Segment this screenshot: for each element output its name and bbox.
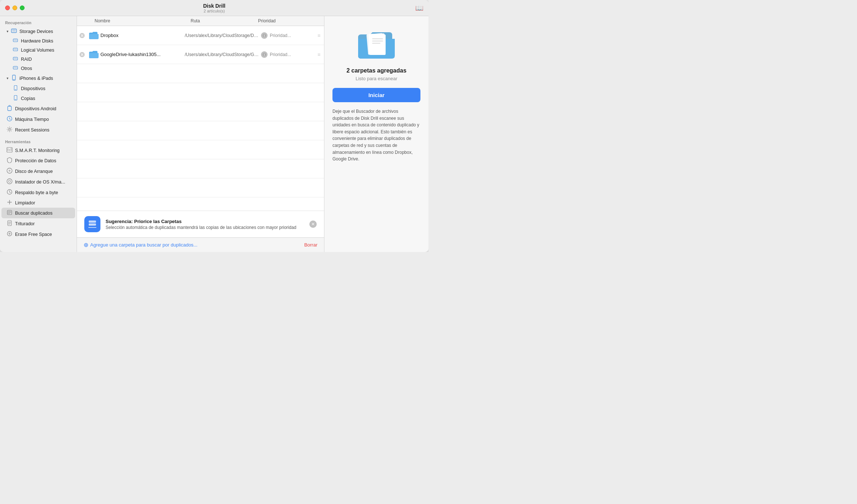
panel-title: 2 carpetas agregadas xyxy=(346,67,407,74)
section-herramientas: Herramientas xyxy=(0,135,77,145)
googledrive-path: /Users/alex/Library/CloudStorage/Goog... xyxy=(185,52,259,57)
googledrive-drag-handle[interactable]: ≡ xyxy=(314,52,324,58)
sidebar-item-recent-sessions[interactable]: Recent Sessions xyxy=(1,125,75,135)
googledrive-priority: Prioridad... xyxy=(270,52,314,57)
svg-rect-8 xyxy=(14,49,17,50)
sidebar-item-disco-arranque[interactable]: Disco de Arranque xyxy=(1,166,75,177)
svg-point-30 xyxy=(9,170,11,172)
sidebar-item-maquina-tiempo[interactable]: Máquina Tiempo xyxy=(1,114,75,125)
minimize-button[interactable] xyxy=(12,5,17,10)
empty-row-4 xyxy=(77,121,324,140)
sidebar-item-otros[interactable]: Otros xyxy=(1,64,75,73)
add-folder-button[interactable]: ⊕ Agregue una carpeta para buscar por du… xyxy=(84,241,198,248)
disco-arranque-label: Disco de Arranque xyxy=(15,169,53,174)
storage-devices-label: Storage Devices xyxy=(19,29,53,34)
right-panel: 2 carpetas agregadas Listo para escanear… xyxy=(324,16,428,252)
add-folder-label: Agregue una carpeta para buscar por dupl… xyxy=(90,242,198,248)
remove-googledrive-button[interactable] xyxy=(77,52,87,58)
main-layout: Recuperación ▾ Storage Devices Hardware … xyxy=(0,16,428,252)
remove-dropbox-button[interactable] xyxy=(77,33,87,38)
sidebar-item-android[interactable]: Dispositivos Android xyxy=(1,103,75,114)
respaldo-icon xyxy=(7,189,12,196)
dropbox-path-info[interactable] xyxy=(259,32,270,39)
dropbox-info-button[interactable] xyxy=(261,32,268,39)
instalador-icon xyxy=(7,178,12,185)
hardware-disk-icon xyxy=(12,38,18,44)
col-priority-label: Prioridad xyxy=(258,18,276,23)
sidebar-item-triturador[interactable]: Triturador xyxy=(1,218,75,229)
triturador-icon xyxy=(7,220,12,227)
sidebar-item-proteccion[interactable]: Protección de Datos xyxy=(1,155,75,166)
buscar-duplicados-icon xyxy=(7,210,12,216)
dropbox-drag-handle[interactable]: ≡ xyxy=(314,33,324,38)
googledrive-folder-icon xyxy=(87,50,100,59)
svg-rect-14 xyxy=(14,68,17,68)
copias-label: Copias xyxy=(21,96,35,101)
table-header: Nombre Ruta Prioridad xyxy=(77,16,324,26)
sidebar-item-copias[interactable]: Copias xyxy=(1,93,75,103)
proteccion-icon xyxy=(7,157,12,164)
buscar-duplicados-label: Buscar duplicados xyxy=(15,211,52,216)
maquina-tiempo-label: Máquina Tiempo xyxy=(15,117,49,122)
svg-rect-4 xyxy=(14,40,17,40)
svg-rect-20 xyxy=(15,99,16,100)
sidebar-item-storage-devices[interactable]: ▾ Storage Devices xyxy=(1,26,75,36)
suggestion-title: Sugerencia: Priorice las Carpetas xyxy=(106,219,304,224)
logical-volumes-label: Logical Volumes xyxy=(21,48,54,53)
iphone-icon xyxy=(11,75,17,82)
sidebar-item-hardware-disks[interactable]: Hardware Disks xyxy=(1,36,75,45)
table-row: GoogleDrive-lukashin1305... /Users/alex/… xyxy=(77,45,324,64)
sidebar-item-iphones-ipads[interactable]: ▾ iPhones & iPads xyxy=(1,73,75,84)
suggestion-text: Sugerencia: Priorice las Carpetas Selecc… xyxy=(106,219,304,230)
traffic-lights xyxy=(5,5,25,10)
svg-rect-18 xyxy=(15,89,16,90)
svg-rect-26 xyxy=(7,148,8,151)
sidebar-item-respaldo[interactable]: Respaldo byte a byte xyxy=(1,187,75,198)
iniciar-button[interactable]: Iniciar xyxy=(332,88,420,102)
limpiador-icon xyxy=(7,200,12,206)
copias-icon xyxy=(12,95,18,101)
sidebar-item-erase-free[interactable]: Erase Free Space xyxy=(1,229,75,240)
disco-arranque-icon xyxy=(7,168,12,175)
suggestion-close-button[interactable]: ✕ xyxy=(309,220,317,228)
sidebar-item-buscar-duplicados[interactable]: Buscar duplicados xyxy=(1,208,75,218)
maximize-button[interactable] xyxy=(20,5,25,10)
sidebar-item-raid[interactable]: RAID xyxy=(1,55,75,64)
svg-rect-16 xyxy=(14,79,15,80)
sidebar-item-smart[interactable]: S.M.A.R.T. Monitoring xyxy=(1,145,75,155)
svg-rect-47 xyxy=(369,34,386,55)
sidebar-item-limpiador[interactable]: Limpiador xyxy=(1,198,75,208)
googledrive-path-info[interactable] xyxy=(259,51,270,58)
titlebar-right: 📖 xyxy=(415,4,423,12)
empty-row-5 xyxy=(77,140,324,159)
raid-label: RAID xyxy=(21,57,32,62)
svg-rect-2 xyxy=(12,31,16,32)
dropbox-path: /Users/alex/Library/CloudStorage/Drop... xyxy=(185,33,259,38)
close-button[interactable] xyxy=(5,5,10,10)
dispositivos-label: Dispositivos xyxy=(21,86,45,91)
svg-rect-44 xyxy=(89,223,96,226)
svg-rect-11 xyxy=(14,59,17,59)
erase-free-label: Erase Free Space xyxy=(15,232,52,237)
empty-row-3 xyxy=(77,102,324,121)
respaldo-label: Respaldo byte a byte xyxy=(15,190,58,195)
col-name-label: Nombre xyxy=(95,18,110,23)
svg-rect-10 xyxy=(14,58,17,59)
googledrive-info-button[interactable] xyxy=(261,51,268,58)
sidebar-item-dispositivos[interactable]: Dispositivos xyxy=(1,84,75,93)
empty-row-7 xyxy=(77,178,324,197)
empty-row-6 xyxy=(77,159,324,178)
panel-description: Deje que el Buscador de archivos duplica… xyxy=(332,108,420,163)
delete-button[interactable]: Borrar xyxy=(304,242,317,248)
dropbox-folder-icon xyxy=(87,31,100,40)
empty-row-1 xyxy=(77,64,324,83)
storage-devices-icon xyxy=(11,28,17,34)
content-area: Nombre Ruta Prioridad xyxy=(77,16,324,252)
limpiador-label: Limpiador xyxy=(15,200,35,205)
section-recuperacion: Recuperación xyxy=(0,16,77,26)
sidebar-item-logical-volumes[interactable]: Logical Volumes xyxy=(1,45,75,55)
sidebar-item-instalador[interactable]: Instalador de OS X/ma... xyxy=(1,177,75,187)
recent-sessions-label: Recent Sessions xyxy=(15,127,49,133)
book-icon[interactable]: 📖 xyxy=(415,4,423,12)
titlebar: Disk Drill 2 artículo(s) 📖 xyxy=(0,0,428,16)
